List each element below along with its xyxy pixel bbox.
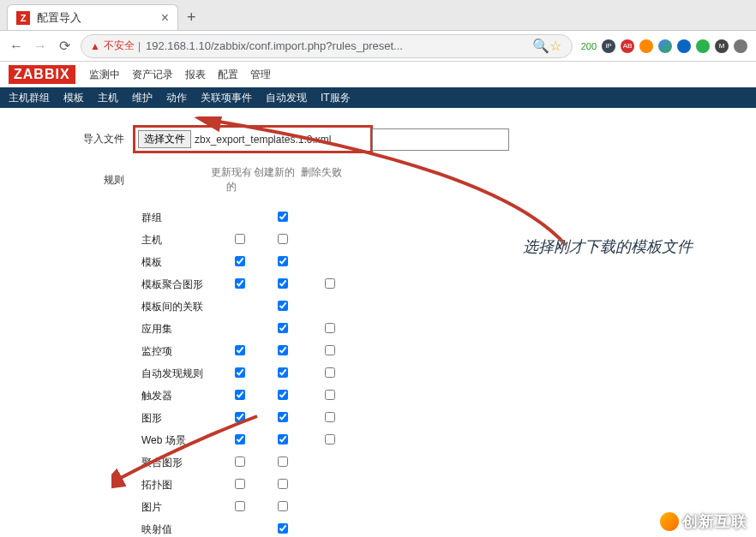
col-delete: 删除失败	[296, 165, 347, 194]
ext-icon-blue[interactable]	[677, 39, 691, 53]
rule-col-delete	[304, 345, 356, 358]
forward-icon[interactable]: →	[33, 39, 48, 54]
ext-icon-ip[interactable]: iP	[602, 39, 615, 53]
checkbox-update[interactable]	[235, 367, 245, 378]
watermark-logo-icon	[660, 512, 679, 531]
checkbox-create[interactable]	[278, 212, 288, 222]
reload-icon[interactable]: ⟳	[57, 38, 72, 54]
subnav-correlation[interactable]: 关联项事件	[201, 91, 252, 105]
subnav-actions[interactable]: 动作	[166, 91, 187, 105]
rule-col-create	[261, 434, 304, 447]
checkbox-update[interactable]	[235, 501, 245, 511]
rule-col-delete	[304, 434, 356, 447]
topnav-administration[interactable]: 管理	[250, 68, 271, 82]
topnav-configuration[interactable]: 配置	[218, 68, 238, 82]
checkbox-update[interactable]	[235, 456, 245, 467]
address-bar: ← → ⟳ ▲ 不安全 | 192.168.1.10/zabbix/conf.i…	[0, 31, 756, 62]
checkbox-update[interactable]	[235, 345, 245, 355]
rule-row: 图片	[141, 496, 722, 518]
subnav-itservices[interactable]: IT服务	[321, 91, 351, 105]
checkbox-create[interactable]	[278, 523, 288, 534]
checkbox-create[interactable]	[278, 234, 288, 244]
rule-row: 模板聚合图形	[141, 273, 722, 295]
search-icon-small[interactable]: 🔍	[532, 38, 548, 54]
checkbox-delete[interactable]	[325, 390, 335, 400]
checkbox-delete[interactable]	[325, 323, 335, 333]
rule-name: Web 场景	[141, 433, 219, 448]
subnav-hosts[interactable]: 主机	[98, 91, 118, 105]
rule-col-create	[261, 479, 304, 492]
rule-name: 自动发现规则	[141, 367, 219, 381]
rule-name: 映射值	[141, 522, 219, 537]
rule-row: 监控项	[141, 340, 722, 362]
star-icon[interactable]: ☆	[548, 38, 563, 54]
rule-col-delete	[304, 412, 356, 425]
sub-nav: 主机群组 模板 主机 维护 动作 关联项事件 自动发现 IT服务	[0, 87, 756, 108]
rule-name: 聚合图形	[141, 456, 219, 470]
file-input-extension[interactable]	[372, 128, 509, 151]
checkbox-update[interactable]	[235, 278, 245, 289]
checkbox-create[interactable]	[278, 501, 288, 511]
ext-icon-circle[interactable]	[658, 39, 672, 53]
zabbix-logo[interactable]: ZABBIX	[9, 65, 75, 84]
topnav-inventory[interactable]: 资产记录	[132, 68, 173, 82]
checkbox-create[interactable]	[278, 323, 288, 333]
checkbox-update[interactable]	[235, 479, 245, 489]
rule-col-create	[261, 390, 304, 403]
rule-row: 触发器	[141, 385, 722, 407]
rule-col-create	[261, 412, 304, 425]
rule-col-update	[219, 256, 261, 269]
checkbox-create[interactable]	[278, 456, 288, 467]
choose-file-button[interactable]: 选择文件	[138, 130, 191, 148]
checkbox-delete[interactable]	[325, 345, 335, 355]
col-update: 更新现有的	[210, 165, 253, 194]
checkbox-create[interactable]	[278, 434, 288, 445]
checkbox-update[interactable]	[235, 434, 245, 445]
back-icon[interactable]: ←	[9, 39, 24, 54]
checkbox-create[interactable]	[278, 345, 288, 355]
rule-col-update	[219, 456, 261, 469]
checkbox-delete[interactable]	[325, 367, 335, 378]
rule-col-update	[219, 501, 261, 514]
browser-tab[interactable]: Z 配置导入 ×	[7, 4, 178, 30]
topnav-reports[interactable]: 报表	[185, 68, 206, 82]
checkbox-create[interactable]	[278, 367, 288, 378]
checkbox-create[interactable]	[278, 412, 288, 422]
checkbox-create[interactable]	[278, 390, 288, 400]
rule-col-update	[219, 367, 261, 380]
checkbox-delete[interactable]	[325, 278, 335, 289]
rule-col-create	[261, 345, 304, 358]
rule-col-create	[261, 256, 304, 269]
checkbox-update[interactable]	[235, 390, 245, 400]
checkbox-create[interactable]	[278, 301, 288, 311]
checkbox-create[interactable]	[278, 479, 288, 489]
watermark-text: 创新互联	[682, 511, 747, 532]
checkbox-delete[interactable]	[325, 434, 335, 445]
url-bar[interactable]: ▲ 不安全 | 192.168.1.10/zabbix/conf.import.…	[81, 34, 573, 58]
ext-icon-green[interactable]	[696, 39, 710, 53]
checkbox-create[interactable]	[278, 278, 288, 289]
rule-row: 模板间的关联	[141, 295, 722, 318]
checkbox-update[interactable]	[235, 256, 245, 266]
subnav-templates[interactable]: 模板	[63, 91, 84, 105]
close-icon[interactable]: ×	[161, 10, 169, 26]
topnav-monitoring[interactable]: 监测中	[89, 68, 120, 82]
rule-name: 拓扑图	[141, 478, 219, 492]
checkbox-update[interactable]	[235, 234, 245, 244]
ext-icon-grey[interactable]	[734, 39, 747, 53]
rule-col-create	[261, 212, 304, 224]
subnav-maintenance[interactable]: 维护	[132, 91, 153, 105]
checkbox-update[interactable]	[235, 412, 245, 422]
rule-row: 自动发现规则	[141, 362, 722, 385]
ext-icon-orange[interactable]	[639, 39, 653, 53]
subnav-hostgroups[interactable]: 主机群组	[9, 91, 50, 105]
checkbox-create[interactable]	[278, 256, 288, 266]
subnav-discovery[interactable]: 自动发现	[266, 91, 307, 105]
ext-icon-abp[interactable]: AB	[621, 39, 634, 53]
checkbox-delete[interactable]	[325, 412, 335, 422]
rule-name: 群组	[141, 211, 219, 225]
rule-row: 应用集	[141, 318, 722, 340]
new-tab-button[interactable]: +	[187, 9, 196, 30]
rule-name: 模板间的关联	[141, 300, 219, 314]
ext-icon-m[interactable]: M	[715, 39, 729, 53]
